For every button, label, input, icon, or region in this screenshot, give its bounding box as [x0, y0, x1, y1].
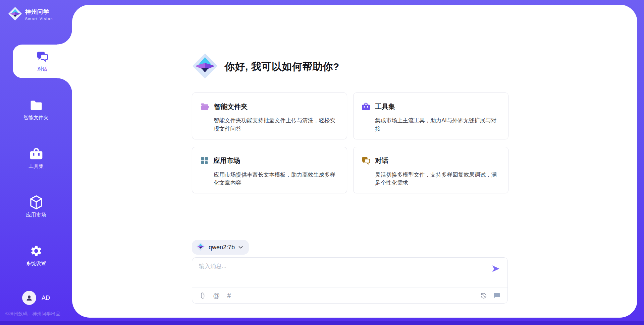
brand-logo-icon	[8, 7, 22, 22]
hash-icon[interactable]: #	[227, 292, 231, 299]
feedback-bubble-icon[interactable]	[493, 292, 500, 299]
copyright: ©神州数码 · 神州问学出品	[5, 311, 60, 317]
card-title: 对话	[375, 156, 388, 165]
sidebar-item-app-market[interactable]: 应用市场	[0, 190, 72, 224]
send-icon[interactable]	[491, 264, 500, 273]
paperclip-icon[interactable]	[199, 292, 206, 299]
model-selector[interactable]: qwen2:7b	[192, 240, 249, 255]
sidebar-item-settings[interactable]: 系统设置	[0, 239, 72, 272]
folder-icon	[30, 99, 43, 112]
card-title: 智能文件夹	[214, 102, 248, 111]
feature-cards: 智能文件夹 智能文件夹功能支持批量文件上传与清洗，轻松实现文件问答 工具集 集成…	[192, 92, 508, 193]
history-icon[interactable]	[480, 292, 487, 299]
card-chat[interactable]: 对话 灵活切换多模型文件，支持多样回复效果调试，满足个性化需求	[353, 147, 508, 194]
message-input[interactable]	[199, 262, 484, 283]
avatar	[22, 291, 36, 305]
brand: 神州问学 Smart Vision	[8, 7, 53, 22]
grid-icon	[200, 154, 209, 167]
user-initials: AD	[42, 295, 50, 302]
sidebar-item-smart-folder[interactable]: 智能文件夹	[0, 93, 72, 127]
card-description: 应用市场提供丰富长文本模板，助力高效生成多样化文章内容	[214, 171, 338, 187]
sidebar-item-toolset[interactable]: 工具集	[0, 142, 72, 175]
chat-icon	[37, 50, 49, 63]
message-composer: @ #	[192, 257, 508, 304]
card-title: 应用市场	[213, 156, 240, 165]
card-description: 集成市场上主流工具，助力AI与外界无缝扩展与对接	[375, 116, 499, 133]
toolbox-icon	[362, 100, 370, 113]
card-toolset[interactable]: 工具集 集成市场上主流工具，助力AI与外界无缝扩展与对接	[353, 92, 508, 139]
folder-open-icon	[200, 100, 209, 113]
model-logo-icon	[196, 242, 205, 252]
model-name: qwen2:7b	[209, 244, 235, 251]
sidebar-item-label: 应用市场	[26, 212, 46, 218]
main-panel: 你好, 我可以如何帮助你? 智能文件夹 智能文件夹功能支持批量文件上传与清洗，轻…	[72, 5, 637, 318]
sidebar-item-label: 对话	[38, 66, 48, 72]
brand-tagline: Smart Vision	[25, 17, 53, 21]
greeting-title: 你好, 我可以如何帮助你?	[225, 60, 339, 74]
composer-divider	[192, 287, 507, 287]
greeting-block: 你好, 我可以如何帮助你?	[192, 53, 339, 80]
at-icon[interactable]: @	[213, 292, 220, 299]
bottom-bar	[0, 321, 644, 325]
chevron-down-icon	[238, 244, 243, 250]
card-title: 工具集	[375, 102, 395, 111]
sidebar-item-chat[interactable]: 对话	[13, 45, 72, 78]
sidebar-item-label: 工具集	[29, 163, 44, 170]
sidebar-item-label: 系统设置	[26, 260, 46, 267]
user-profile[interactable]: AD	[0, 291, 72, 305]
sidebar-item-label: 智能文件夹	[23, 115, 49, 121]
sidebar: 神州问学 Smart Vision 对话 智能文件夹	[0, 0, 72, 325]
gear-icon	[30, 245, 43, 257]
app-logo-icon	[192, 53, 218, 80]
card-description: 灵活切换多模型文件，支持多样回复效果调试，满足个性化需求	[375, 171, 499, 187]
card-description: 智能文件夹功能支持批量文件上传与清洗，轻松实现文件问答	[214, 116, 338, 133]
card-app-market[interactable]: 应用市场 应用市场提供丰富长文本模板，助力高效生成多样化文章内容	[192, 147, 347, 194]
cube-icon	[30, 196, 43, 209]
chat-bubbles-icon	[362, 154, 370, 167]
brand-name: 神州问学	[25, 8, 53, 16]
toolbox-icon	[30, 147, 43, 160]
card-smart-folder[interactable]: 智能文件夹 智能文件夹功能支持批量文件上传与清洗，轻松实现文件问答	[192, 92, 347, 139]
